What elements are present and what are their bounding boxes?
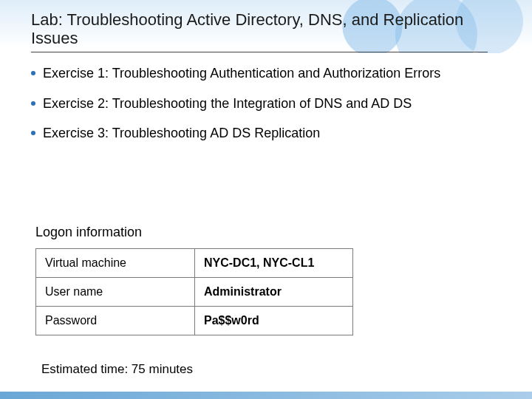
table-row: Virtual machine NYC-DC1, NYC-CL1 — [36, 249, 353, 278]
table-row: Password Pa$$w0rd — [36, 307, 353, 335]
logon-table: Virtual machine NYC-DC1, NYC-CL1 User na… — [35, 248, 353, 335]
table-cell-val: Administrator — [195, 278, 353, 307]
logon-heading: Logon information — [35, 225, 142, 240]
footer-decoration — [0, 392, 532, 399]
table-cell-key: Password — [36, 307, 195, 335]
slide: Lab: Troubleshooting Active Directory, D… — [0, 0, 532, 399]
slide-title: Lab: Troubleshooting Active Directory, D… — [31, 10, 502, 48]
table-cell-val: NYC-DC1, NYC-CL1 — [195, 249, 353, 278]
bullet-list: Exercise 1: Troubleshooting Authenticati… — [31, 65, 497, 155]
title-underline — [31, 52, 488, 52]
table-cell-key: User name — [36, 278, 195, 307]
table-row: User name Administrator — [36, 278, 353, 307]
list-item: Exercise 3: Troubleshooting AD DS Replic… — [31, 125, 497, 142]
list-item: Exercise 1: Troubleshooting Authenticati… — [31, 65, 497, 82]
list-item: Exercise 2: Troubleshooting the Integrat… — [31, 95, 497, 112]
table-cell-key: Virtual machine — [36, 249, 195, 278]
estimated-time: Estimated time: 75 minutes — [41, 362, 193, 377]
table-cell-val: Pa$$w0rd — [195, 307, 353, 335]
